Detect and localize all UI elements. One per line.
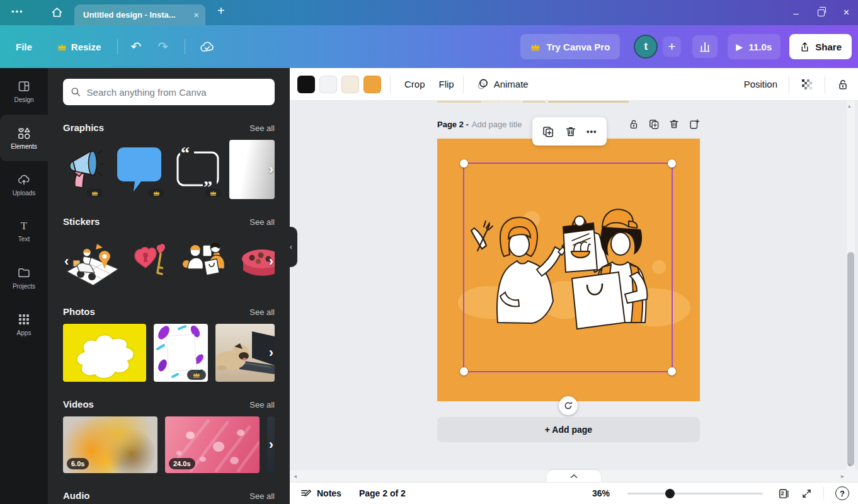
graphics-see-all-link[interactable]: See all <box>249 123 275 133</box>
carousel-next-icon[interactable]: › <box>269 438 273 452</box>
position-button[interactable]: Position <box>744 79 777 89</box>
crop-button[interactable]: Crop <box>404 79 425 89</box>
vertical-scrollbar[interactable]: ▴ ▾ <box>847 101 855 470</box>
sticker-thumb-heart-lock-key[interactable] <box>130 234 169 289</box>
insights-chart-icon[interactable] <box>692 35 718 58</box>
rail-item-apps[interactable]: Apps <box>0 301 48 348</box>
rail-item-projects[interactable]: Projects <box>0 255 48 301</box>
resize-handle-bottom-left[interactable] <box>460 367 468 375</box>
zoom-slider-knob[interactable] <box>665 489 675 498</box>
text-icon: T <box>21 220 27 232</box>
more-options-icon[interactable]: ••• <box>586 127 597 136</box>
pages-drawer-toggle[interactable] <box>547 470 601 483</box>
add-page-icon[interactable] <box>689 118 700 130</box>
search-bar[interactable] <box>63 79 275 105</box>
rotate-handle[interactable] <box>559 396 578 415</box>
file-menu[interactable]: File <box>16 42 32 52</box>
delete-page-icon[interactable] <box>668 118 680 130</box>
share-button[interactable]: Share <box>789 34 852 59</box>
photo-thumb-pug-laptop[interactable] <box>215 324 275 382</box>
scroll-down-icon[interactable]: ▾ <box>848 462 851 468</box>
scroll-up-icon[interactable]: ▴ <box>848 103 851 109</box>
page1-bottom-edge[interactable] <box>437 101 700 103</box>
color-swatch-black[interactable] <box>297 76 315 93</box>
present-timer-button[interactable]: ▶ 11.0s <box>728 34 781 59</box>
video-thumb-petal-drops[interactable]: 24.0s <box>165 416 260 473</box>
audio-see-all-link[interactable]: See all <box>249 491 275 501</box>
sticker-thumb-delivery-map[interactable] <box>63 234 121 289</box>
vertical-scrollbar-thumb[interactable] <box>847 252 854 466</box>
divider <box>390 76 391 93</box>
graphic-thumb-megaphone[interactable] <box>63 140 105 199</box>
chevron-up-icon <box>570 474 578 479</box>
graphic-thumb-quote-frame[interactable]: “ ” <box>173 140 223 199</box>
window-minimize-icon[interactable]: – <box>793 8 798 18</box>
search-icon <box>71 86 81 98</box>
scroll-left-icon[interactable]: ◂ <box>294 472 297 479</box>
zoom-level[interactable]: 36% <box>592 488 610 498</box>
stickers-row: ‹ › <box>63 234 275 289</box>
photo-thumb-torn-paper[interactable] <box>63 324 146 382</box>
resize-handle-top-left[interactable] <box>460 159 468 168</box>
resize-button[interactable]: Resize <box>57 42 101 52</box>
close-tab-icon[interactable]: × <box>193 9 199 20</box>
lock-icon[interactable] <box>837 78 849 91</box>
stickers-see-all-link[interactable]: See all <box>249 217 275 227</box>
flip-button[interactable]: Flip <box>439 79 454 89</box>
rail-item-uploads[interactable]: Uploads <box>0 161 48 208</box>
selection-box[interactable] <box>463 163 673 372</box>
videos-see-all-link[interactable]: See all <box>249 400 275 410</box>
resize-handle-top-right[interactable] <box>668 159 676 168</box>
zoom-slider[interactable] <box>627 493 763 495</box>
duplicate-page-icon[interactable] <box>648 118 660 130</box>
fullscreen-icon[interactable] <box>801 488 812 499</box>
animate-button[interactable]: Animate <box>476 78 529 91</box>
search-input[interactable] <box>87 87 267 98</box>
window-restore-icon[interactable] <box>818 9 825 16</box>
carousel-next-icon[interactable]: › <box>269 255 273 268</box>
scroll-right-icon[interactable]: ▸ <box>841 472 844 479</box>
rail-item-text[interactable]: T Text <box>0 208 48 255</box>
add-page-button[interactable]: + Add page <box>437 417 700 442</box>
photo-thumb-abstract-frame[interactable] <box>154 324 208 382</box>
video-thumb-ink[interactable]: 6.0s <box>63 416 157 473</box>
redo-icon[interactable]: ↷ <box>157 39 168 54</box>
sticker-thumb-people-shopping[interactable] <box>178 234 232 289</box>
help-button[interactable]: ? <box>835 486 849 500</box>
carousel-next-icon[interactable]: › <box>269 163 273 176</box>
pro-badge <box>86 188 103 197</box>
notes-button[interactable]: Notes <box>300 488 341 500</box>
window-close-icon[interactable]: × <box>844 7 849 18</box>
color-swatch-cream[interactable] <box>341 76 359 93</box>
new-tab-button[interactable]: + <box>217 4 225 18</box>
transparency-icon[interactable] <box>801 78 813 91</box>
pro-badge <box>205 188 221 197</box>
avatar[interactable]: t <box>634 35 658 59</box>
graphic-thumb-speech-bubble[interactable] <box>112 140 166 199</box>
home-icon[interactable] <box>50 6 64 19</box>
carousel-prev-icon[interactable]: ‹ <box>64 255 69 268</box>
delete-element-icon[interactable] <box>564 125 577 138</box>
graphic-thumb-gradient-rect[interactable] <box>229 140 275 199</box>
rail-item-design[interactable]: Design <box>0 68 48 115</box>
color-swatch-orange[interactable] <box>363 76 381 93</box>
carousel-next-icon[interactable]: › <box>269 346 273 360</box>
page-title-input[interactable]: Add page title <box>472 120 522 129</box>
photos-see-all-link[interactable]: See all <box>249 307 275 317</box>
panel-collapse-handle[interactable]: ‹ <box>285 227 297 267</box>
menubar-right-group: Try Canva Pro t + ▶ 11.0s Share <box>520 34 852 59</box>
resize-handle-bottom-right[interactable] <box>668 367 676 375</box>
system-menu-icon[interactable]: ••• <box>11 7 24 16</box>
undo-icon[interactable]: ↶ <box>130 39 141 54</box>
create-design-button[interactable]: + <box>663 37 680 57</box>
canvas-area[interactable]: Page 2 - Add page title ••• <box>290 101 858 504</box>
grid-view-button[interactable]: 2 <box>778 488 790 500</box>
document-tab[interactable]: Untitled design - Insta... × <box>74 4 205 25</box>
lock-page-icon[interactable] <box>628 118 639 130</box>
rail-item-elements[interactable]: Elements <box>0 115 48 161</box>
notes-pencil-icon <box>300 488 312 500</box>
try-canva-pro-button[interactable]: Try Canva Pro <box>520 34 620 59</box>
color-swatch-lightgray[interactable] <box>319 76 337 93</box>
duplicate-element-icon[interactable] <box>542 125 554 138</box>
design-icon <box>17 79 31 93</box>
